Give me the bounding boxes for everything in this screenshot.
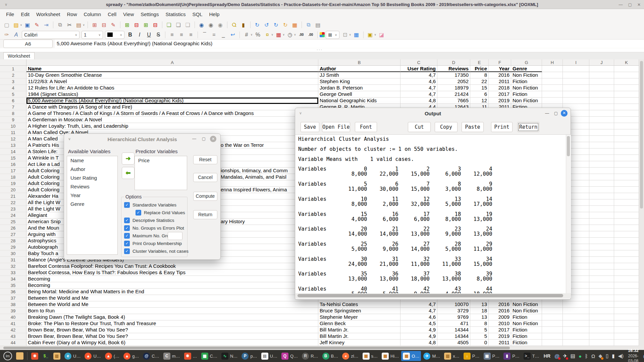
return-button[interactable]: Return	[193, 210, 217, 219]
grid-cell[interactable]: 2016	[489, 301, 511, 308]
available-variables-list[interactable]: NameAuthorUser RatingReviewsYearGenre	[67, 156, 118, 255]
output-horizontal-scrollbar[interactable]	[296, 293, 571, 298]
grid-hscroll-thumb[interactable]	[3, 347, 510, 349]
grid-cell[interactable]	[589, 308, 614, 314]
grid-cell[interactable]: 15	[470, 85, 489, 91]
grid-cell[interactable]	[614, 66, 639, 72]
checkbox-checked-icon[interactable]: ✓	[124, 233, 130, 239]
row-number[interactable]: 7	[0, 104, 26, 110]
grid-cell[interactable]: 4,5	[400, 320, 437, 327]
grid-cell[interactable]: Non Fiction	[511, 301, 542, 308]
grid-cell[interactable]: 4,6	[400, 314, 437, 320]
row-number[interactable]: 28	[0, 238, 26, 244]
row-number[interactable]: 41	[0, 320, 26, 327]
grid-cell[interactable]: Non Fiction	[511, 98, 542, 104]
font-size-select[interactable]: 1∨	[82, 31, 103, 39]
grid-cell[interactable]	[563, 301, 589, 308]
grid-cell[interactable]	[542, 78, 563, 85]
row-number[interactable]: 38	[0, 301, 26, 308]
grid-cell[interactable]: 0	[470, 340, 489, 346]
grid-cell[interactable]	[589, 263, 614, 269]
grid-cell[interactable]	[614, 327, 639, 333]
insert-row-icon[interactable]: ⊞	[123, 21, 131, 29]
row-number[interactable]: 43	[0, 333, 26, 340]
grid-cell[interactable]: 2010	[489, 320, 511, 327]
task-spready-output[interactable]: ▦O…	[401, 351, 421, 361]
grid-cell[interactable]: Non Fiction	[511, 72, 542, 78]
grid-cell[interactable]	[614, 231, 639, 238]
row-number[interactable]: 4	[0, 85, 26, 91]
row-number[interactable]: 5	[0, 91, 26, 98]
row-number[interactable]: 24	[0, 212, 26, 219]
grid-cell[interactable]	[614, 148, 639, 155]
grid-cell[interactable]: Non Fiction	[511, 308, 542, 314]
grid-cell[interactable]: Born to Run	[26, 308, 318, 314]
clock[interactable]: 16:32 2026-03-08	[628, 348, 639, 362]
grid-cell[interactable]	[542, 85, 563, 91]
show-desktop-button[interactable]	[16, 352, 23, 360]
grid-cell[interactable]	[589, 238, 614, 244]
grid-cell[interactable]	[589, 282, 614, 289]
row-number[interactable]: 35	[0, 282, 26, 289]
valign-middle-icon[interactable]: =	[210, 31, 218, 39]
output-minimize-button[interactable]: —	[545, 111, 549, 116]
grid-cell[interactable]	[614, 340, 639, 346]
grid-cell[interactable]: National Geographic Kids	[318, 98, 400, 104]
row-number[interactable]: 14	[0, 148, 26, 155]
grid-cell[interactable]: Jordan B. Peterson	[318, 85, 400, 91]
grid-cell[interactable]	[589, 123, 614, 129]
grid-cell[interactable]: 10-Day Green Smoothie Cleanse	[26, 72, 318, 78]
list-item[interactable]: Genre	[67, 200, 117, 208]
align-center-icon[interactable]: ≡	[177, 31, 186, 39]
delete-cell-icon[interactable]: ⊟	[100, 21, 108, 29]
grid-cell[interactable]	[563, 308, 589, 314]
task-sheets[interactable]: ▦C…	[200, 351, 219, 361]
grid-cell[interactable]	[589, 314, 614, 320]
align-right-icon[interactable]: ≡	[186, 31, 195, 39]
grid-cell[interactable]: 6	[470, 91, 489, 98]
grid-cell[interactable]	[563, 333, 589, 340]
grid-cell[interactable]: Stephenie Meyer	[318, 314, 400, 320]
grid-cell[interactable]	[589, 187, 614, 193]
refresh-icon[interactable]: ↻	[253, 21, 262, 29]
output-return-button[interactable]: Return	[517, 122, 539, 132]
dropdown-caret-icon[interactable]: ∨	[294, 33, 296, 36]
grid-cell[interactable]	[589, 206, 614, 212]
task-q-app[interactable]: QQ…	[280, 351, 300, 361]
list-item[interactable]: Name	[67, 156, 117, 165]
corner-cell[interactable]	[0, 59, 26, 65]
grid-cell[interactable]	[614, 78, 639, 85]
grid-cell[interactable]: A Higher Loyalty: Truth, Lies, and Leade…	[26, 123, 318, 129]
grid-cell[interactable]: Between the World and Me	[26, 301, 318, 308]
output-text-area[interactable]: Hierarchical Cluster Analysis Number of …	[296, 135, 571, 293]
underline-icon[interactable]: U	[145, 31, 153, 39]
row-number[interactable]: 21	[0, 193, 26, 199]
grid-cell[interactable]	[563, 98, 589, 104]
tray-telegram-icon[interactable]: ✈	[563, 353, 567, 359]
row-number[interactable]: 20	[0, 187, 26, 193]
time-format-icon[interactable]: ◷	[286, 31, 294, 39]
grid-cell[interactable]	[563, 340, 589, 346]
task-brave-1[interactable]: ▲U…	[83, 351, 102, 361]
paste-icon[interactable]: ▤	[74, 21, 83, 29]
currency-icon[interactable]: ¤	[263, 31, 272, 39]
rotate-left-icon[interactable]: ↺	[262, 21, 271, 29]
predictor-variables-list[interactable]: Price	[135, 156, 187, 190]
output-paste-button[interactable]: Paste	[462, 122, 484, 132]
task-c-app[interactable]: Cm…	[162, 351, 182, 361]
grid-cell[interactable]	[589, 295, 614, 301]
grid-cell[interactable]: 12 Rules for Life: An Antidote to Chaos	[26, 85, 318, 91]
column-header-A[interactable]: A	[26, 59, 318, 65]
checkbox-checked-icon[interactable]: ✓	[124, 218, 130, 223]
checkbox-checked-icon[interactable]: ✓	[124, 248, 130, 254]
cancel-button[interactable]: Cancel	[193, 173, 217, 182]
output-close-button[interactable]: ✕	[561, 110, 568, 117]
output-vscroll-thumb[interactable]	[567, 136, 570, 156]
grid-cell[interactable]: Glenn Beck	[318, 320, 400, 327]
grid-cell[interactable]	[589, 219, 614, 225]
grid-cell[interactable]: Genre	[511, 66, 542, 72]
grid-cell[interactable]: Brown Bear, Brown Bear, What Do You See?	[26, 327, 318, 333]
grid-cell[interactable]: 4,7	[400, 72, 437, 78]
grid-cell[interactable]	[589, 136, 614, 142]
grid-cell[interactable]: Fiction	[511, 78, 542, 85]
